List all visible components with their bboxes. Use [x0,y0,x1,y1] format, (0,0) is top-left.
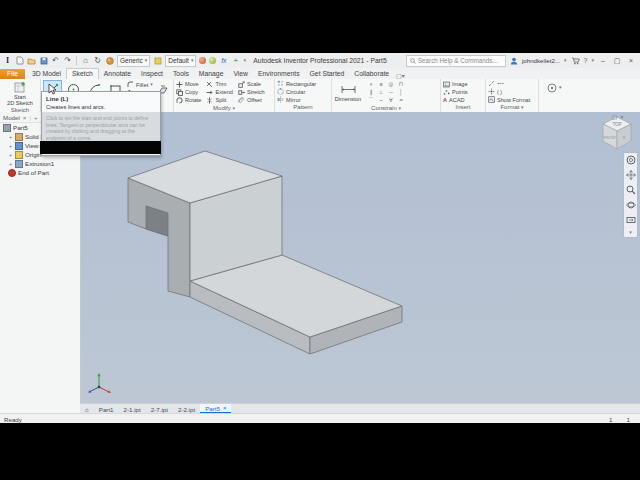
extend-button[interactable]: Extend [206,88,232,96]
material-dropdown[interactable]: Generic▾ [117,55,150,67]
browser-close-icon[interactable]: × [23,114,27,121]
ribbon-search-icon[interactable]: ▢▾ [396,72,405,79]
help-icon[interactable]: ? [584,57,588,64]
inventor-logo-icon[interactable]: I [3,56,12,66]
user-menu-caret-icon[interactable]: ▾ [564,58,567,63]
perpendicular-constraint-icon[interactable]: ⊥ [376,88,386,96]
insert-points-button[interactable]: Points [443,89,468,96]
dimension-button[interactable]: Dimension [334,82,362,102]
look-at-icon[interactable] [626,215,636,225]
tangent-constraint-icon[interactable]: ⌒ [366,96,376,104]
tab-view[interactable]: View [228,69,253,79]
save-icon[interactable] [39,56,48,66]
tab-file[interactable]: File [0,69,25,79]
coincident-constraint-icon[interactable]: ⌖ [366,80,376,88]
browser-tab-model[interactable]: Model [3,114,20,121]
equal-constraint-icon[interactable]: = [396,96,406,104]
user-name[interactable]: johndkellet2... [522,57,560,64]
trim-button[interactable]: Trim [206,80,232,88]
browser-add-tab-icon[interactable]: + [34,114,38,121]
options-icon[interactable] [547,83,557,93]
rectangular-pattern-button[interactable]: Rectangular [277,80,316,87]
tab-3d-model[interactable]: 3D Model [27,69,66,79]
doc-restore-icon[interactable]: ▢ [612,114,617,120]
fix-constraint-icon[interactable]: ⊓ [396,80,406,88]
insert-acad-button[interactable]: AACAD [443,97,468,103]
appearance-swatch-icon[interactable] [153,56,162,66]
tab-annotate[interactable]: Annotate [99,69,136,79]
toolbar-separator [76,56,77,65]
tab-tools[interactable]: Tools [168,69,194,79]
appearance-green-ball-icon[interactable] [209,57,216,64]
tab-manage[interactable]: Manage [194,69,229,79]
options-caret-icon[interactable]: ▾ [559,85,562,90]
refresh-icon[interactable]: ↻ [93,56,102,66]
minimize-button[interactable]: – [598,57,608,64]
appearance-red-ball-icon[interactable] [199,57,206,64]
horizontal-constraint-icon[interactable]: ─ [386,88,396,96]
tab-close-icon[interactable]: × [223,405,227,411]
help-caret-icon[interactable]: ▾ [591,58,594,63]
doc-close-icon[interactable]: × [620,114,623,120]
circular-pattern-button[interactable]: Circular [277,88,316,95]
copy-button[interactable]: Copy [176,88,201,96]
start-2d-sketch-button[interactable]: Start 2D Sketch [5,80,35,106]
offset-button[interactable]: Offset [238,96,265,104]
move-button[interactable]: Move [176,80,201,88]
tab-inspect[interactable]: Inspect [136,69,168,79]
home-icon[interactable]: ⌂ [81,56,90,66]
move-icon [176,81,183,88]
show-format-button[interactable]: Show Format [488,96,530,103]
view-cube[interactable]: TOP FRONT R [598,114,636,154]
new-file-icon[interactable] [15,56,24,66]
appearance-dropdown[interactable]: Default▾ [165,55,196,67]
zoom-icon[interactable] [626,185,636,195]
expander-icon[interactable]: + [8,134,13,140]
mirror-button[interactable]: Mirror [277,96,316,103]
undo-icon[interactable]: ↶ [51,56,60,66]
user-avatar-icon[interactable] [510,57,518,65]
parameters-fx-icon[interactable]: fx [219,56,228,66]
tree-label: End of Part [18,169,49,176]
fillet-tool-button[interactable]: Fillet ▾ [127,81,153,88]
expander-icon[interactable]: + [8,143,13,149]
search-input[interactable]: Search Help & Commands... [406,55,506,67]
stretch-button[interactable]: Stretch [238,88,265,96]
tab-sketch[interactable]: Sketch [66,68,99,79]
tab-get-started[interactable]: Get Started [305,69,350,79]
pan-icon[interactable] [626,170,636,180]
vertical-constraint-icon[interactable]: │ [396,88,406,96]
tree-item-extrusion[interactable]: + Extrusion1 [0,159,80,168]
format-row-1[interactable] [488,80,530,87]
parallel-constraint-icon[interactable]: ∥ [366,88,376,96]
tree-item-end-of-part[interactable]: End of Part [0,168,80,177]
tab-environments[interactable]: Environments [253,69,305,79]
restore-button[interactable]: ▢ [612,57,622,65]
viewport-canvas[interactable]: TOP FRONT R ▢ × ▾ [80,112,640,403]
expander-icon[interactable]: + [8,152,13,158]
full-navigation-wheel-icon[interactable] [626,155,636,165]
qat-customize-caret-icon[interactable]: ▾ [243,58,246,63]
material-ball-icon[interactable] [105,56,114,66]
chevron-down-icon: ▾ [145,58,148,63]
plus-icon[interactable]: + [231,56,240,66]
split-button[interactable]: Split [206,96,232,104]
redo-icon[interactable]: ↷ [63,56,72,66]
navbar-more-caret-icon[interactable]: ▾ [629,230,632,235]
format-row-2[interactable]: ( ) [488,88,530,95]
insert-image-button[interactable]: Image [443,81,468,88]
orbit-icon[interactable] [626,200,636,210]
circular-pattern-icon [277,88,284,95]
scale-button[interactable]: Scale [238,80,265,88]
cart-icon[interactable] [571,57,580,65]
collinear-constraint-icon[interactable]: ≡ [376,80,386,88]
tab-collaborate[interactable]: Collaborate [349,69,394,79]
smooth-constraint-icon[interactable]: ~ [376,96,386,104]
close-button[interactable]: × [626,57,636,64]
open-folder-icon[interactable] [27,56,36,66]
concentric-constraint-icon[interactable]: ◎ [386,80,396,88]
expander-icon[interactable]: + [8,161,13,167]
rotate-button[interactable]: Rotate [176,96,201,104]
fillet-label: Fillet [136,82,148,88]
symmetric-constraint-icon[interactable]: ∀ [386,96,396,104]
